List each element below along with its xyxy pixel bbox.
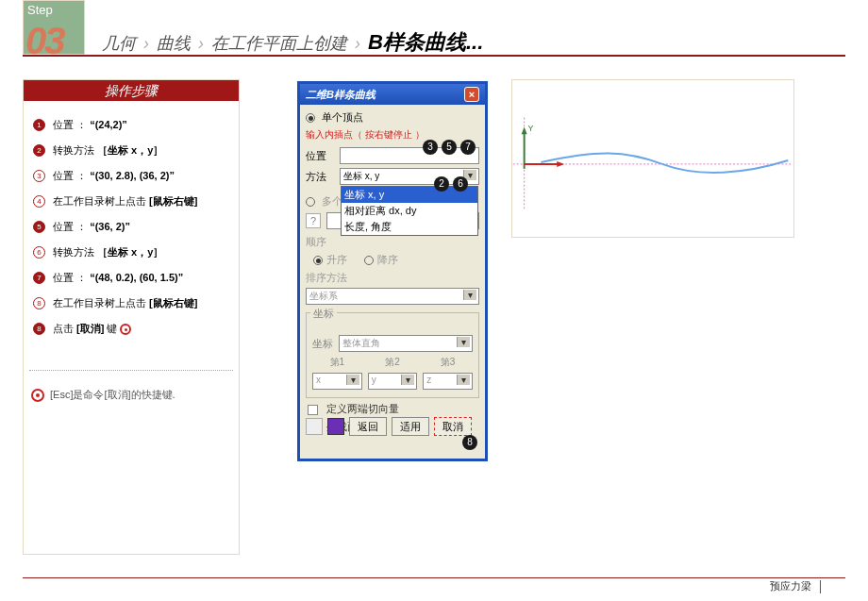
coord-grp-label: 坐标: [310, 307, 337, 321]
instructions-title: 操作步骤: [24, 80, 239, 101]
radio-single-label: 单个顶点: [322, 111, 363, 123]
step-label: Step: [27, 3, 80, 17]
step-row: 8点击 [取消] 键: [33, 322, 231, 336]
target-icon: [120, 324, 131, 335]
step-text: 转换方法 ［坐标 x，y］: [53, 143, 231, 158]
v1: x: [312, 373, 362, 390]
step-bullet: 6: [33, 246, 45, 259]
checkbox-icon: [308, 405, 318, 415]
crumb-2: 在工作平面上创建: [211, 34, 347, 53]
col1: 第1: [330, 356, 345, 369]
help-icon[interactable]: ?: [306, 213, 321, 228]
step-text: 在工作目录树上点击 [鼠标右键]: [53, 296, 231, 310]
col3: 第3: [441, 356, 456, 369]
step-row: 1位置 ： “(24,2)”: [33, 118, 231, 132]
button-bar: 返回 适用 取消: [306, 417, 479, 436]
spline-dialog: 二维B样条曲线 × 单个顶点 输入内插点（ 按右键停止 ） 位置 方法 坐标 x…: [297, 81, 488, 461]
crumb-0: 几何: [102, 34, 136, 53]
coord-label: 坐标: [312, 337, 333, 351]
step-row: 2转换方法 ［坐标 x，y］: [33, 143, 231, 158]
chevron-right-icon: ›: [198, 34, 204, 53]
step-row: 4在工作目录树上点击 [鼠标右键]: [33, 194, 231, 209]
sort-method-label: 排序方法: [306, 271, 479, 285]
chevron-right-icon: ›: [355, 34, 360, 53]
col2: 第2: [385, 356, 400, 369]
instruction-text: 输入内插点（ 按右键停止 ）: [306, 128, 479, 142]
radio-desc: 降序: [364, 253, 398, 267]
note-text: [Esc]是命令[取消]的快捷键.: [50, 388, 175, 402]
radio-icon: [364, 256, 374, 265]
step-row: 3位置 ： “(30, 2.8), (36, 2)”: [33, 169, 231, 183]
chevron-right-icon: ›: [143, 34, 149, 53]
instructions-panel: 操作步骤 1位置 ： “(24,2)” 2转换方法 ［坐标 x，y］ 3位置 ：…: [23, 79, 240, 555]
crumb-last: B样条曲线...: [368, 30, 483, 54]
step-bullet: 1: [33, 119, 45, 131]
close-button[interactable]: ×: [464, 87, 479, 102]
step-text: 转换方法 ［坐标 x，y］: [53, 245, 231, 259]
step-text: 位置 ： “(30, 2.8), (36, 2)”: [53, 169, 231, 183]
step-text: 位置 ： “(36, 2)”: [53, 220, 231, 234]
step-text: 位置 ： “(24,2)”: [53, 118, 231, 132]
back-button[interactable]: 返回: [349, 417, 387, 436]
tool-color-icon[interactable]: [327, 418, 344, 435]
callout-badge: 6: [453, 176, 468, 192]
dropdown-item[interactable]: 长度, 角度: [342, 219, 477, 235]
step-bullet: 7: [33, 272, 45, 284]
step-bullet: 8: [33, 323, 45, 335]
footer-divider: [820, 580, 821, 593]
dialog-title: 二维B样条曲线: [306, 88, 376, 102]
tool-icon[interactable]: [306, 418, 323, 435]
step-bullet: 2: [33, 144, 45, 157]
radio-icon: [313, 256, 323, 265]
radio-icon: [306, 197, 315, 207]
svg-marker-6: [557, 161, 564, 167]
footer-text: 预应力梁: [770, 579, 811, 593]
apply-button[interactable]: 适用: [392, 417, 429, 436]
step-box: Step 03: [23, 0, 85, 55]
v3: z: [423, 373, 473, 390]
svg-text:Y: Y: [528, 124, 534, 133]
step-bullet: 4: [33, 195, 45, 208]
footer-rule: [23, 577, 845, 578]
crumb-1: 曲线: [157, 34, 191, 53]
breadcrumb: 几何 › 曲线 › 在工作平面上创建 › B样条曲线...: [102, 28, 483, 57]
step-bullet: 5: [33, 221, 45, 233]
callout-badge: 7: [460, 140, 476, 155]
position-input[interactable]: [340, 147, 479, 164]
step-row: 8在工作目录树上点击 [鼠标右键]: [33, 296, 231, 310]
radio-asc: 升序: [313, 253, 347, 267]
step-text: 点击 [取消] 键: [53, 322, 231, 336]
callout-badge: 8: [462, 435, 477, 450]
sort-method-combo: 坐标系: [306, 288, 479, 305]
v2: y: [368, 373, 418, 390]
header-rule: [23, 55, 845, 57]
field-method-label: 方法: [306, 170, 340, 184]
radio-icon: [306, 113, 315, 123]
divider-dashed: [29, 370, 233, 371]
coord-combo: 整体直角: [339, 335, 473, 352]
method-dropdown: 坐标 x, y 相对距离 dx, dy 长度, 角度: [341, 186, 478, 236]
callout-badge: 2: [434, 176, 449, 192]
step-number: 03: [25, 22, 64, 59]
sort-title: 顺序: [306, 235, 479, 249]
cancel-button[interactable]: 取消: [434, 417, 472, 436]
target-icon: [31, 389, 44, 402]
step-row: 5位置 ： “(36, 2)”: [33, 220, 231, 234]
check-tangent[interactable]: 定义两端切向量: [308, 402, 477, 416]
radio-single[interactable]: 单个顶点: [306, 110, 479, 125]
field-pos-label: 位置: [306, 149, 340, 163]
step-text: 位置 ： “(48, 0.2), (60, 1.5)”: [53, 271, 231, 285]
dialog-titlebar[interactable]: 二维B样条曲线 ×: [300, 84, 485, 105]
preview-panel: Y: [511, 79, 794, 238]
dropdown-item[interactable]: 相对距离 dx, dy: [342, 203, 477, 219]
preview-svg: Y: [512, 80, 793, 237]
coord-group: 坐标 坐标 整体直角 第1 第2 第3 x y z: [306, 312, 479, 398]
step-text: 在工作目录树上点击 [鼠标右键]: [53, 194, 231, 209]
note-row: [Esc]是命令[取消]的快捷键.: [24, 384, 239, 406]
callout-badge: 5: [442, 140, 457, 155]
step-row: 7位置 ： “(48, 0.2), (60, 1.5)”: [33, 271, 231, 285]
svg-marker-3: [522, 126, 527, 134]
step-bullet: 3: [33, 170, 45, 182]
step-bullet: 8: [33, 297, 45, 309]
callout-badge: 3: [423, 140, 438, 155]
